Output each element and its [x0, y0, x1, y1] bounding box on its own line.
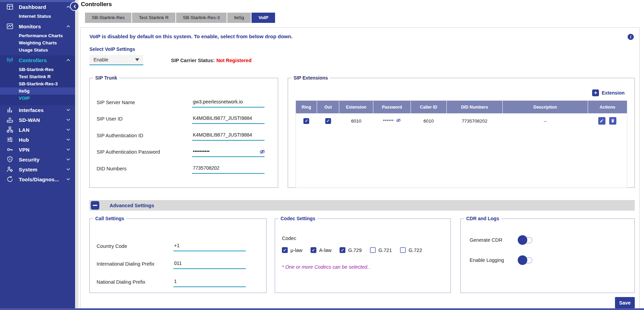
sidebar-item-lan[interactable]: LAN — [0, 125, 75, 135]
codec-g729-label: G.729 — [348, 248, 362, 253]
advanced-settings-bar: Advanced Settings — [89, 200, 635, 211]
cdr-logs-section: CDR and Logs Generate CDR Enable Logging — [460, 216, 635, 293]
add-extension-button[interactable]: + Extension — [592, 89, 625, 96]
voip-enable-dropdown-value: Enable — [94, 57, 109, 62]
col-caller-id: Caller ID — [411, 101, 446, 113]
sidebar-item-label: Monitors — [19, 24, 66, 29]
sidebar-item-tools-diagnostics[interactable]: Tools/Diagnos... — [0, 174, 75, 184]
sidebar-item-voip[interactable]: VOIP — [0, 95, 75, 102]
sidebar-item-system[interactable]: System — [0, 165, 75, 174]
ring-checkbox[interactable]: ✓ — [303, 118, 309, 124]
plus-icon: + — [592, 89, 599, 96]
sidebar-item-interfaces[interactable]: Interfaces — [0, 105, 75, 115]
codec-g722-label: G.722 — [409, 248, 422, 253]
sip-carrier-status-label: SIP Carrier Status: — [171, 58, 215, 63]
cell-description: -- — [503, 113, 588, 128]
codec-g721-option[interactable]: G.721 — [370, 247, 392, 253]
eye-slash-icon[interactable] — [259, 149, 265, 155]
voip-enable-dropdown[interactable]: Enable — [89, 55, 143, 65]
edit-extension-button[interactable] — [598, 117, 605, 125]
field-row: Country Code +1 — [90, 240, 266, 251]
page-title: Controllers — [81, 1, 112, 8]
cell-extension: 6010 — [339, 113, 373, 128]
tab-voip[interactable]: VoIP — [252, 13, 275, 23]
generate-cdr-toggle[interactable] — [518, 237, 532, 243]
field-row: SIP Authentication Password •••••••••• — [90, 144, 278, 160]
codec-ulaw-checkbox[interactable]: ✓ — [282, 247, 288, 253]
codec-alaw-checkbox[interactable]: ✓ — [311, 247, 316, 253]
codec-g729-checkbox[interactable]: ✓ — [340, 247, 345, 253]
codec-g729-option[interactable]: ✓G.729 — [340, 247, 362, 253]
sip-extensions-legend: SIP Extensions — [291, 75, 330, 81]
tab-sb-starlink-res[interactable]: SB-Starlink-Res — [85, 13, 131, 23]
codec-options: ✓μ-law ✓A-law ✓G.729 G.721 G.722 — [282, 247, 422, 253]
sidebar-item-controllers[interactable]: Controllers — [0, 55, 75, 65]
chevron-down-icon — [66, 148, 70, 151]
sidebar-item-weighting-charts[interactable]: Weighting Charts — [0, 39, 75, 46]
sip-carrier-status: SIP Carrier Status:Not Registered — [171, 58, 252, 63]
codec-alaw-option[interactable]: ✓A-law — [311, 247, 331, 253]
field-row: Enable Logging — [461, 255, 634, 265]
sidebar-scrollbar[interactable] — [75, 0, 78, 310]
codec-settings-section: Codec Settings Codec ✓μ-law ✓A-law ✓G.72… — [275, 216, 451, 293]
sidebar-item-internet-status[interactable]: Internet Status — [0, 13, 75, 20]
out-checkbox[interactable]: ✓ — [325, 118, 331, 124]
sidebar-item-test-starlink-r[interactable]: Test Starlink R — [0, 73, 75, 80]
codec-g721-checkbox[interactable] — [370, 247, 376, 253]
col-description: Description — [503, 101, 588, 113]
delete-extension-button[interactable] — [609, 117, 616, 125]
monitors-icon — [5, 23, 14, 30]
chevron-left-icon — [73, 4, 76, 9]
codec-alaw-label: A-law — [319, 248, 331, 253]
codec-g722-option[interactable]: G.722 — [400, 247, 422, 253]
sidebar-item-dashboard[interactable]: Dashboard — [0, 2, 75, 12]
save-button[interactable]: Save — [615, 297, 635, 308]
sidebar-item-vpn[interactable]: VPN — [0, 145, 75, 154]
lan-network-icon — [5, 126, 14, 133]
sidebar-item-security[interactable]: Security — [0, 155, 75, 164]
sidebar-item-sd-wan[interactable]: SD-WAN — [0, 115, 75, 125]
toggle-thumb — [518, 235, 527, 245]
masked-password: •••••••••• — [193, 149, 210, 154]
country-code-input[interactable]: +1 — [173, 243, 246, 251]
sip-trunk-legend: SIP Trunk — [93, 75, 119, 81]
tab-sb-starlink-res-3[interactable]: SB-Starlink-Res-3 — [176, 13, 227, 23]
sip-user-id-input[interactable]: K4MOBILI9877_JUSTI9884 — [192, 114, 264, 124]
sip-auth-password-label: SIP Authentication Password — [97, 149, 192, 155]
chevron-down-icon — [66, 178, 70, 181]
info-icon[interactable]: i — [628, 34, 634, 40]
sidebar-item-monitors[interactable]: Monitors — [0, 22, 75, 31]
field-row: International Dialing Prefix 011 — [90, 257, 266, 269]
codec-g722-checkbox[interactable] — [400, 247, 406, 253]
sip-auth-id-input[interactable]: K4MOBILI9877_JUSTI9884 — [192, 130, 264, 141]
sidebar-item-lte5g[interactable]: lte5g — [0, 87, 75, 95]
bottom-accent-strip — [0, 308, 644, 310]
chevron-down-icon — [66, 108, 70, 112]
sidebar-item-sb-starlink-res[interactable]: SB-Starlink-Res — [0, 66, 75, 73]
sidebar-item-usage-status[interactable]: Usage Status — [0, 46, 75, 54]
cdr-logs-legend: CDR and Logs — [464, 216, 501, 221]
eye-slash-icon[interactable] — [396, 118, 401, 124]
sidebar-item-performance-charts[interactable]: Performance Charts — [0, 32, 75, 39]
sip-auth-password-input[interactable]: •••••••••• — [192, 147, 264, 157]
sip-trunk-section: SIP Trunk SIP Server Name gw3.peerlessne… — [89, 75, 278, 188]
enable-logging-toggle[interactable] — [518, 257, 532, 264]
toggle-thumb — [518, 255, 527, 265]
collapse-advanced-button[interactable] — [91, 201, 99, 210]
codec-ulaw-option[interactable]: ✓μ-law — [282, 247, 302, 253]
intl-dialing-prefix-input[interactable]: 011 — [173, 260, 246, 269]
sidebar-item-label: Interfaces — [19, 107, 66, 113]
field-row: SIP Authentication ID K4MOBILI9877_JUSTI… — [90, 127, 278, 144]
tab-test-starlink-r[interactable]: Test Starlink R — [132, 13, 175, 23]
sip-server-name-input[interactable]: gw3.peerlessnetwork.io — [192, 97, 264, 108]
sidebar-item-sb-starlink-res-3[interactable]: SB-Starlink-Res-3 — [0, 80, 75, 87]
cell-password: ****** — [383, 118, 394, 124]
sidebar-item-hub[interactable]: Hub — [0, 135, 75, 144]
natl-dialing-prefix-input[interactable]: 1 — [173, 279, 246, 287]
did-numbers-input[interactable]: 7735708202 — [192, 164, 264, 174]
extensions-table-container: Ring Out Extension Password Caller ID DI… — [296, 100, 627, 188]
sidebar-collapse-button[interactable] — [71, 2, 78, 10]
cell-caller-id: 6010 — [411, 113, 446, 128]
col-actions: Actions — [588, 101, 627, 113]
tab-lte5g[interactable]: lte5g — [227, 13, 251, 23]
